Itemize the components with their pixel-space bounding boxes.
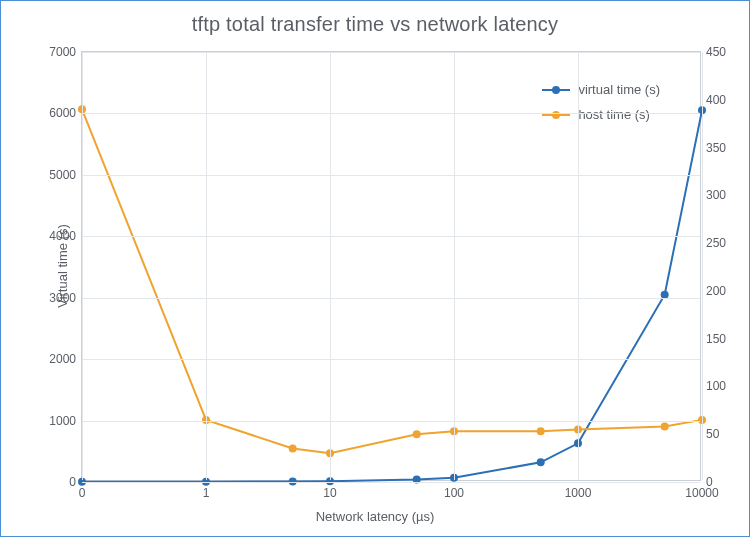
y-tick-label: 6000 xyxy=(49,106,82,120)
legend-swatch-icon xyxy=(542,89,570,91)
y2-tick-label: 300 xyxy=(700,188,726,202)
y2-tick-label: 150 xyxy=(700,332,726,346)
gridline-h xyxy=(82,113,700,114)
y2-tick-label: 450 xyxy=(700,45,726,59)
legend-label: host time (s) xyxy=(578,107,650,122)
y-tick-label: 7000 xyxy=(49,45,82,59)
gridline-v xyxy=(330,52,331,480)
y-tick-label: 2000 xyxy=(49,352,82,366)
data-point xyxy=(289,445,297,453)
series-line xyxy=(82,110,702,481)
x-tick-label: 10000 xyxy=(685,480,718,500)
gridline-v xyxy=(206,52,207,480)
y-tick-label: 5000 xyxy=(49,168,82,182)
y2-tick-label: 350 xyxy=(700,141,726,155)
y-axis-label: Virtual time (s) xyxy=(55,224,70,308)
legend-item: virtual time (s) xyxy=(542,82,660,97)
legend: virtual time (s)host time (s) xyxy=(542,82,660,132)
x-axis-label: Network latency (µs) xyxy=(1,509,749,524)
gridline-v xyxy=(578,52,579,480)
gridline-v xyxy=(702,52,703,480)
y2-tick-label: 100 xyxy=(700,379,726,393)
legend-label: virtual time (s) xyxy=(578,82,660,97)
chart-title: tftp total transfer time vs network late… xyxy=(1,13,749,36)
data-point xyxy=(661,423,669,431)
y2-tick-label: 250 xyxy=(700,236,726,250)
data-point xyxy=(413,430,421,438)
x-tick-label: 1000 xyxy=(565,480,592,500)
gridline-v xyxy=(454,52,455,480)
chart-frame: tftp total transfer time vs network late… xyxy=(0,0,750,537)
gridline-h xyxy=(82,236,700,237)
y2-tick-label: 200 xyxy=(700,284,726,298)
gridline-h xyxy=(82,52,700,53)
plot-area: virtual time (s)host time (s) 0100020003… xyxy=(81,51,701,481)
gridline-h xyxy=(82,298,700,299)
x-tick-label: 0 xyxy=(79,480,86,500)
legend-item: host time (s) xyxy=(542,107,660,122)
series-line xyxy=(82,109,702,453)
gridline-h xyxy=(82,175,700,176)
x-tick-label: 100 xyxy=(444,480,464,500)
y2-tick-label: 400 xyxy=(700,93,726,107)
data-point xyxy=(537,458,545,466)
gridline-h xyxy=(82,359,700,360)
x-tick-label: 10 xyxy=(323,480,336,500)
data-point xyxy=(537,427,545,435)
y-tick-label: 1000 xyxy=(49,414,82,428)
gridline-h xyxy=(82,482,700,483)
x-tick-label: 1 xyxy=(203,480,210,500)
gridline-v xyxy=(82,52,83,480)
gridline-h xyxy=(82,421,700,422)
